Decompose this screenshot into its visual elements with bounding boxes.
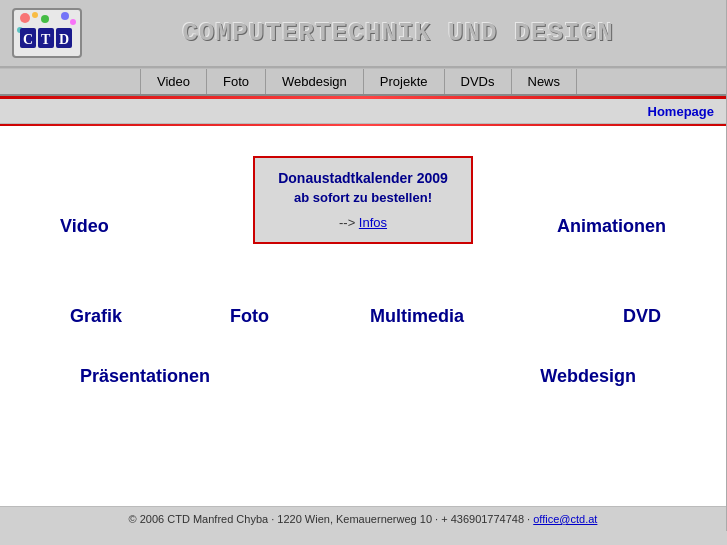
logo-area: C T D (12, 8, 82, 58)
svg-point-0 (20, 13, 30, 23)
announcement-title: Donaustadtkalender 2009 (265, 170, 461, 186)
main-nav-video[interactable]: Video (60, 216, 109, 237)
main-nav-webdesign[interactable]: Webdesign (540, 366, 636, 387)
main-nav-multimedia[interactable]: Multimedia (370, 306, 464, 327)
footer-text: © 2006 CTD Manfred Chyba · 1220 Wien, Ke… (129, 513, 531, 525)
main-nav-animationen[interactable]: Animationen (557, 216, 666, 237)
nav-webdesign[interactable]: Webdesign (266, 69, 364, 94)
nav-dvds[interactable]: DVDs (445, 69, 512, 94)
logo-box: C T D (12, 8, 82, 58)
main-nav-grafik[interactable]: Grafik (70, 306, 122, 327)
svg-point-1 (32, 12, 38, 18)
footer: © 2006 CTD Manfred Chyba · 1220 Wien, Ke… (0, 506, 726, 531)
navbar: Video Foto Webdesign Projekte DVDs News (0, 68, 726, 96)
svg-point-3 (61, 12, 69, 20)
nav-projekte[interactable]: Projekte (364, 69, 445, 94)
site-title: ComputerTechnik und Design (82, 18, 714, 48)
breadcrumb-bar: Homepage (0, 99, 726, 124)
nav-video[interactable]: Video (140, 69, 207, 94)
announcement-infos-link[interactable]: Infos (359, 215, 387, 230)
header: C T D ComputerTechnik und Design (0, 0, 726, 68)
nav-foto[interactable]: Foto (207, 69, 266, 94)
svg-text:T: T (41, 32, 51, 47)
footer-email-link[interactable]: office@ctd.at (533, 513, 597, 525)
svg-point-4 (70, 19, 76, 25)
main-nav-praesentationen[interactable]: Präsentationen (80, 366, 210, 387)
announcement-box: Donaustadtkalender 2009 ab sofort zu bes… (253, 156, 473, 244)
main-nav-foto[interactable]: Foto (230, 306, 269, 327)
nav-news[interactable]: News (512, 69, 578, 94)
arrow-text: --> (339, 215, 355, 230)
site-title-area: ComputerTechnik und Design (82, 18, 714, 48)
svg-text:D: D (59, 32, 69, 47)
main-content: Donaustadtkalender 2009 ab sofort zu bes… (0, 126, 726, 506)
announcement-subtitle: ab sofort zu bestellen! (265, 190, 461, 205)
main-nav-dvd[interactable]: DVD (623, 306, 661, 327)
svg-point-2 (41, 15, 49, 23)
announcement-link-line: --> Infos (265, 215, 461, 230)
svg-text:C: C (23, 32, 33, 47)
breadcrumb[interactable]: Homepage (648, 104, 714, 119)
